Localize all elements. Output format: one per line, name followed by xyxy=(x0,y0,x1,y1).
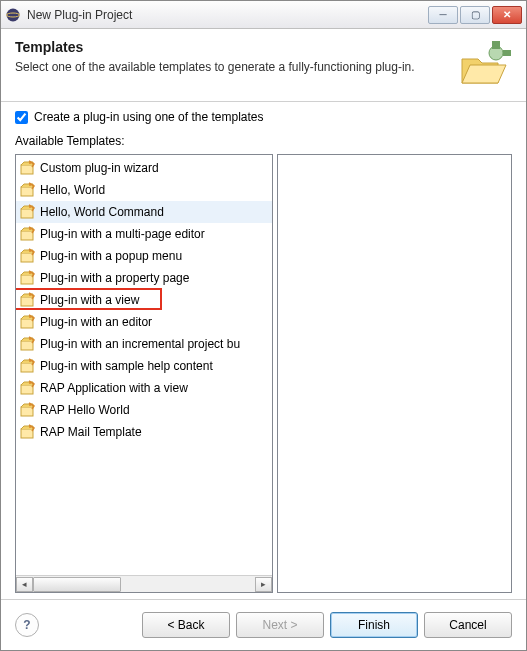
titlebar: New Plug-in Project ─ ▢ ✕ xyxy=(1,1,526,29)
list-item[interactable]: Plug-in with a multi-page editor xyxy=(16,223,272,245)
template-icon xyxy=(20,270,36,286)
template-icon xyxy=(20,314,36,330)
use-template-checkbox-input[interactable] xyxy=(15,111,28,124)
list-item[interactable]: RAP Application with a view xyxy=(16,377,272,399)
svg-rect-11 xyxy=(21,231,33,240)
list-item-label: Plug-in with a property page xyxy=(40,271,189,285)
list-item-label: Custom plug-in wizard xyxy=(40,161,159,175)
list-item-label: Hello, World Command xyxy=(40,205,164,219)
minimize-button[interactable]: ─ xyxy=(428,6,458,24)
scroll-right-arrow[interactable]: ▸ xyxy=(255,577,272,592)
svg-point-10 xyxy=(29,206,31,208)
svg-rect-17 xyxy=(21,297,33,306)
window-controls: ─ ▢ ✕ xyxy=(428,6,522,24)
template-icon xyxy=(20,248,36,264)
svg-rect-13 xyxy=(21,253,33,262)
list-item-label: Plug-in with a multi-page editor xyxy=(40,227,205,241)
svg-rect-15 xyxy=(21,275,33,284)
list-item[interactable]: Plug-in with a property page xyxy=(16,267,272,289)
template-icon xyxy=(20,358,36,374)
svg-point-28 xyxy=(29,404,31,406)
button-bar: ? < Back Next > Finish Cancel xyxy=(1,599,526,650)
use-template-checkbox[interactable]: Create a plug-in using one of the templa… xyxy=(15,110,512,124)
svg-rect-29 xyxy=(21,429,33,438)
wizard-header: Templates Select one of the available te… xyxy=(1,29,526,102)
svg-point-6 xyxy=(29,162,31,164)
window-title: New Plug-in Project xyxy=(27,8,428,22)
template-icon xyxy=(20,336,36,352)
template-icon xyxy=(20,380,36,396)
back-button[interactable]: < Back xyxy=(142,612,230,638)
list-item-label: Plug-in with a popup menu xyxy=(40,249,182,263)
list-item[interactable]: Plug-in with an incremental project bu xyxy=(16,333,272,355)
page-description: Select one of the available templates to… xyxy=(15,59,446,75)
use-template-checkbox-label: Create a plug-in using one of the templa… xyxy=(34,110,263,124)
wizard-banner-icon xyxy=(456,39,512,87)
list-item[interactable]: Plug-in with a popup menu xyxy=(16,245,272,267)
svg-rect-4 xyxy=(503,50,511,56)
svg-point-22 xyxy=(29,338,31,340)
list-item-label: Hello, World xyxy=(40,183,105,197)
list-item-label: Plug-in with an incremental project bu xyxy=(40,337,240,351)
template-icon xyxy=(20,182,36,198)
dialog-window: New Plug-in Project ─ ▢ ✕ Templates Sele… xyxy=(0,0,527,651)
svg-rect-7 xyxy=(21,187,33,196)
list-item[interactable]: Plug-in with sample help content xyxy=(16,355,272,377)
list-item[interactable]: RAP Mail Template xyxy=(16,421,272,443)
svg-point-16 xyxy=(29,272,31,274)
svg-rect-25 xyxy=(21,385,33,394)
scroll-left-arrow[interactable]: ◂ xyxy=(16,577,33,592)
list-item[interactable]: RAP Hello World xyxy=(16,399,272,421)
svg-rect-21 xyxy=(21,341,33,350)
list-item[interactable]: Plug-in with an editor xyxy=(16,311,272,333)
svg-point-20 xyxy=(29,316,31,318)
list-item-label: RAP Application with a view xyxy=(40,381,188,395)
page-title: Templates xyxy=(15,39,446,55)
list-item-label: Plug-in with an editor xyxy=(40,315,152,329)
next-button[interactable]: Next > xyxy=(236,612,324,638)
list-item[interactable]: Hello, World Command xyxy=(16,201,272,223)
templates-list[interactable]: Custom plug-in wizardHello, WorldHello, … xyxy=(15,154,273,593)
svg-rect-5 xyxy=(21,165,33,174)
list-item[interactable]: Plug-in with a view xyxy=(16,289,272,311)
svg-rect-19 xyxy=(21,319,33,328)
svg-point-12 xyxy=(29,228,31,230)
svg-point-24 xyxy=(29,360,31,362)
maximize-button[interactable]: ▢ xyxy=(460,6,490,24)
svg-point-14 xyxy=(29,250,31,252)
svg-point-30 xyxy=(29,426,31,428)
svg-point-8 xyxy=(29,184,31,186)
svg-rect-9 xyxy=(21,209,33,218)
list-item[interactable]: Custom plug-in wizard xyxy=(16,157,272,179)
svg-point-18 xyxy=(29,294,31,296)
template-icon xyxy=(20,402,36,418)
svg-rect-23 xyxy=(21,363,33,372)
available-templates-label: Available Templates: xyxy=(15,134,512,148)
list-item[interactable]: Hello, World xyxy=(16,179,272,201)
svg-point-0 xyxy=(7,8,20,21)
close-button[interactable]: ✕ xyxy=(492,6,522,24)
help-button[interactable]: ? xyxy=(15,613,39,637)
template-icon xyxy=(20,160,36,176)
cancel-button[interactable]: Cancel xyxy=(424,612,512,638)
list-item-label: RAP Hello World xyxy=(40,403,130,417)
svg-rect-27 xyxy=(21,407,33,416)
finish-button[interactable]: Finish xyxy=(330,612,418,638)
list-item-label: Plug-in with sample help content xyxy=(40,359,213,373)
svg-rect-3 xyxy=(492,41,500,49)
template-icon xyxy=(20,292,36,308)
scroll-track[interactable] xyxy=(33,577,255,592)
template-icon xyxy=(20,226,36,242)
list-item-label: RAP Mail Template xyxy=(40,425,142,439)
templates-split: Custom plug-in wizardHello, WorldHello, … xyxy=(15,154,512,593)
horizontal-scrollbar[interactable]: ◂ ▸ xyxy=(16,575,272,592)
template-icon xyxy=(20,204,36,220)
template-icon xyxy=(20,424,36,440)
scroll-thumb[interactable] xyxy=(33,577,121,592)
eclipse-icon xyxy=(5,7,21,23)
svg-point-26 xyxy=(29,382,31,384)
list-item-label: Plug-in with a view xyxy=(40,293,139,307)
content-area: Create a plug-in using one of the templa… xyxy=(1,102,526,599)
template-preview xyxy=(277,154,512,593)
